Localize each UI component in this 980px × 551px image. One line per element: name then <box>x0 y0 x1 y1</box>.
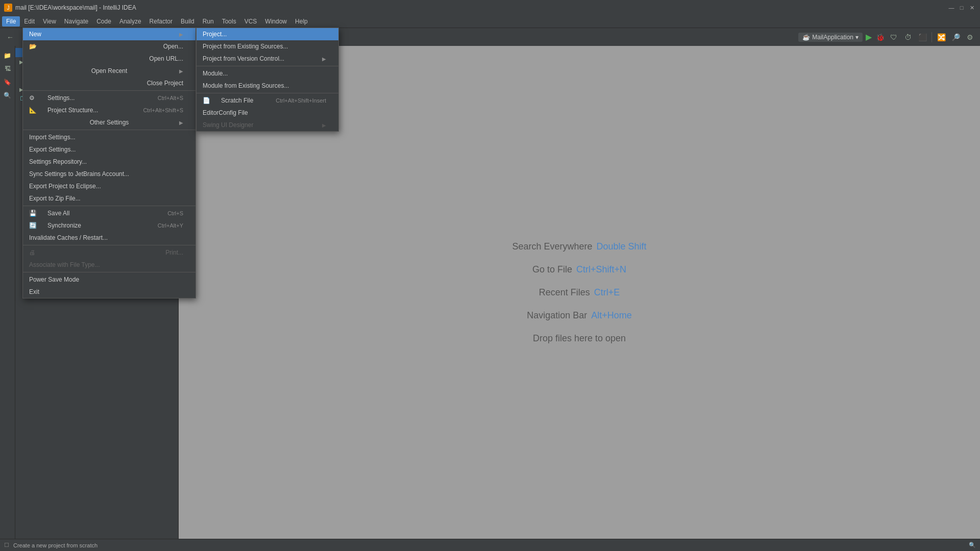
open-recent-arrow: ▶ <box>179 68 183 74</box>
other-settings-arrow: ▶ <box>179 120 183 126</box>
file-menu-save-all[interactable]: 💾 Save All Ctrl+S <box>23 207 195 219</box>
file-menu-exit[interactable]: Exit <box>23 286 195 298</box>
new-project-vcs[interactable]: Project from Version Control... ▶ <box>197 53 338 65</box>
file-menu-import-settings[interactable]: Import Settings... <box>23 131 195 143</box>
file-menu-sync-settings[interactable]: Sync Settings to JetBrains Account... <box>23 168 195 180</box>
new-project-existing[interactable]: Project from Existing Sources... <box>197 40 338 53</box>
file-menu-associate-file-type: Associate with File Type... <box>23 259 195 271</box>
new-submenu-arrow: ▶ <box>179 32 183 37</box>
file-menu-close-project[interactable]: Close Project <box>23 77 195 89</box>
new-module[interactable]: Module... <box>197 67 338 80</box>
minimize-button[interactable]: — <box>947 4 955 12</box>
settings-icon: ⚙ <box>29 94 37 102</box>
menu-code[interactable]: Code <box>92 16 115 27</box>
file-menu-settings[interactable]: ⚙ Settings... Ctrl+Alt+S <box>23 92 195 104</box>
status-message: Create a new project from scratch <box>13 542 97 548</box>
status-bar: ☐ Create a new project from scratch 🔍 <box>0 539 980 551</box>
scratch-icon: 📄 <box>203 97 211 104</box>
window-controls[interactable]: — □ ✕ <box>947 4 976 12</box>
hint-nav-bar: Navigation Bar Alt+Home <box>527 310 632 321</box>
coverage-button[interactable]: 🛡 <box>888 31 900 43</box>
new-editorconfig[interactable]: EditorConfig File <box>197 107 338 119</box>
hint-recent-files: Recent Files Ctrl+E <box>539 287 620 298</box>
sidebar-icon-find[interactable]: 🔍 <box>2 90 13 101</box>
debug-button[interactable]: 🐞 <box>875 32 886 42</box>
title-bar: J mail [E:\IDEA\workspace\mail] - Intell… <box>0 0 980 15</box>
new-label: New <box>29 31 41 38</box>
settings-toolbar-button[interactable]: ⚙ <box>964 31 976 43</box>
close-button[interactable]: ✕ <box>968 4 976 12</box>
file-menu-print: 🖨 Print... <box>23 246 195 259</box>
file-sep4 <box>23 245 195 245</box>
git-button[interactable]: 🔀 <box>935 31 947 43</box>
app-icon: J <box>4 4 12 12</box>
open-icon: 📂 <box>29 43 37 50</box>
back-button[interactable]: ← <box>4 31 16 43</box>
file-menu-open-recent[interactable]: Open Recent ▶ <box>23 65 195 77</box>
file-menu-popup: New ▶ 📂 Open... Open URL... Open Recent … <box>22 28 196 298</box>
profile-button[interactable]: ⏱ <box>902 31 914 43</box>
file-menu-export-settings[interactable]: Export Settings... <box>23 143 195 156</box>
file-menu-open[interactable]: 📂 Open... <box>23 40 195 53</box>
new-module-existing[interactable]: Module from Existing Sources... <box>197 80 338 92</box>
menu-tools[interactable]: Tools <box>218 16 240 27</box>
menu-help[interactable]: Help <box>291 16 312 27</box>
find-button[interactable]: 🔎 <box>949 31 962 43</box>
save-all-icon: 💾 <box>29 210 37 217</box>
sidebar-icon-project[interactable]: 📁 <box>2 50 13 61</box>
run-config-dropdown[interactable]: ▾ <box>855 34 859 41</box>
new-sep2 <box>197 93 338 93</box>
status-checkbox: ☐ <box>4 542 9 548</box>
print-icon: 🖨 <box>29 249 37 256</box>
file-sep1 <box>23 90 195 91</box>
file-sep2 <box>23 130 195 130</box>
menu-edit[interactable]: Edit <box>20 16 39 27</box>
title-bar-left: J mail [E:\IDEA\workspace\mail] - Intell… <box>4 4 136 12</box>
menu-build[interactable]: Build <box>177 16 199 27</box>
file-menu-open-url[interactable]: Open URL... <box>23 53 195 65</box>
swing-arrow: ▶ <box>322 122 326 128</box>
status-bar-search[interactable]: 🔍 <box>969 542 976 548</box>
run-button[interactable]: ▶ <box>865 31 873 43</box>
sync-icon: 🔄 <box>29 222 37 229</box>
new-swing-designer: Swing UI Designer ▶ <box>197 119 338 131</box>
new-project[interactable]: Project... <box>197 28 338 40</box>
hint-drop-files: Drop files here to open <box>533 333 626 344</box>
sidebar-icon-bookmarks[interactable]: 🔖 <box>2 77 13 88</box>
file-menu-export-zip[interactable]: Export to Zip File... <box>23 192 195 205</box>
menu-bar: File Edit View Navigate Code Analyze Ref… <box>0 15 980 28</box>
file-sep3 <box>23 206 195 206</box>
file-menu-new[interactable]: New ▶ <box>23 28 195 40</box>
menu-window[interactable]: Window <box>261 16 291 27</box>
toolbar-sep3 <box>932 32 932 42</box>
menu-run[interactable]: Run <box>199 16 218 27</box>
file-menu-invalidate-caches[interactable]: Invalidate Caches / Restart... <box>23 232 195 244</box>
run-config-selector[interactable]: ☕ MailApplication ▾ <box>798 33 863 42</box>
project-structure-icon: 📐 <box>29 107 37 114</box>
file-menu-synchronize[interactable]: 🔄 Synchronize Ctrl+Alt+Y <box>23 219 195 232</box>
menu-analyze[interactable]: Analyze <box>115 16 145 27</box>
sidebar-icon-structure[interactable]: 🏗 <box>2 63 13 74</box>
menu-view[interactable]: View <box>39 16 60 27</box>
window-title: mail [E:\IDEA\workspace\mail] - IntelliJ… <box>15 4 136 11</box>
new-scratch-file[interactable]: 📄 Scratch File Ctrl+Alt+Shift+Insert <box>197 94 338 107</box>
vcs-arrow: ▶ <box>322 56 326 62</box>
menu-file[interactable]: File <box>2 16 20 27</box>
sidebar-icons: 📁 🏗 🔖 🔍 <box>0 46 15 539</box>
maximize-button[interactable]: □ <box>958 4 966 12</box>
run-config-icon: ☕ <box>802 34 810 41</box>
hint-search-everywhere: Search Everywhere Double Shift <box>512 241 646 252</box>
menu-navigate[interactable]: Navigate <box>60 16 92 27</box>
run-config-label: MailApplication <box>812 34 853 41</box>
hint-goto-file: Go to File Ctrl+Shift+N <box>532 264 626 275</box>
file-menu-settings-repo[interactable]: Settings Repository... <box>23 156 195 168</box>
file-menu-project-structure[interactable]: 📐 Project Structure... Ctrl+Alt+Shift+S <box>23 104 195 116</box>
file-menu-other-settings[interactable]: Other Settings ▶ <box>23 116 195 129</box>
stop-button[interactable]: ⬛ <box>916 31 928 43</box>
new-sep1 <box>197 66 338 66</box>
file-sep5 <box>23 272 195 272</box>
file-menu-export-eclipse[interactable]: Export Project to Eclipse... <box>23 180 195 192</box>
file-menu-power-save[interactable]: Power Save Mode <box>23 273 195 286</box>
menu-vcs[interactable]: VCS <box>240 16 261 27</box>
menu-refactor[interactable]: Refactor <box>145 16 177 27</box>
